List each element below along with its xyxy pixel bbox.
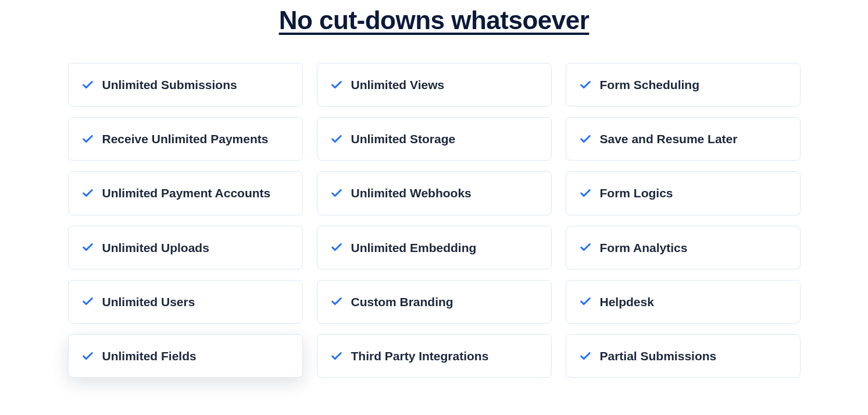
check-icon — [330, 295, 343, 308]
feature-card: Unlimited Submissions — [68, 63, 303, 107]
feature-label: Unlimited Embedding — [351, 240, 477, 255]
feature-card: Helpdesk — [566, 280, 801, 324]
feature-card: Unlimited Users — [68, 280, 303, 324]
feature-card: Custom Branding — [317, 280, 552, 324]
feature-card: Unlimited Views — [317, 63, 552, 107]
feature-label: Unlimited Uploads — [102, 240, 209, 255]
feature-label: Third Party Integrations — [351, 349, 489, 363]
check-icon — [330, 187, 343, 200]
feature-card: Partial Submissions — [566, 334, 801, 378]
feature-card: Receive Unlimited Payments — [68, 117, 303, 161]
check-icon — [81, 350, 94, 363]
feature-label: Save and Resume Later — [600, 132, 738, 146]
features-grid: Unlimited SubmissionsUnlimited ViewsForm… — [33, 63, 835, 378]
feature-card: Third Party Integrations — [317, 334, 552, 378]
check-icon — [81, 241, 94, 254]
check-icon — [579, 79, 592, 91]
check-icon — [579, 187, 592, 200]
check-icon — [579, 241, 592, 254]
check-icon — [81, 295, 94, 308]
check-icon — [81, 133, 94, 146]
feature-label: Unlimited Submissions — [102, 77, 237, 92]
check-icon — [81, 79, 94, 91]
feature-label: Unlimited Fields — [102, 349, 197, 363]
feature-label: Form Scheduling — [600, 77, 700, 92]
feature-label: Receive Unlimited Payments — [102, 132, 269, 146]
check-icon — [330, 133, 343, 146]
feature-card: Unlimited Embedding — [317, 226, 552, 269]
feature-label: Custom Branding — [351, 295, 453, 309]
feature-card: Form Scheduling — [566, 63, 801, 107]
feature-card: Form Analytics — [566, 226, 801, 269]
feature-card: Save and Resume Later — [566, 117, 801, 161]
feature-label: Unlimited Payment Accounts — [102, 186, 271, 200]
check-icon — [330, 350, 343, 363]
check-icon — [330, 79, 343, 91]
feature-card: Unlimited Fields — [68, 334, 303, 378]
check-icon — [579, 295, 592, 308]
feature-label: Unlimited Webhooks — [351, 186, 471, 200]
feature-card: Unlimited Webhooks — [317, 171, 552, 215]
feature-label: Form Analytics — [600, 240, 688, 255]
feature-label: Partial Submissions — [600, 349, 717, 363]
feature-card: Unlimited Payment Accounts — [68, 171, 303, 215]
check-icon — [579, 350, 592, 363]
feature-card: Unlimited Storage — [317, 117, 552, 161]
check-icon — [579, 133, 592, 146]
section-heading: No cut-downs whatsoever — [0, 6, 868, 35]
feature-card: Form Logics — [566, 171, 801, 215]
check-icon — [330, 241, 343, 254]
feature-label: Form Logics — [600, 186, 673, 200]
feature-label: Unlimited Users — [102, 295, 195, 309]
feature-label: Helpdesk — [600, 295, 654, 309]
check-icon — [81, 187, 94, 200]
feature-label: Unlimited Views — [351, 77, 445, 92]
feature-label: Unlimited Storage — [351, 132, 456, 146]
feature-card: Unlimited Uploads — [68, 226, 303, 269]
